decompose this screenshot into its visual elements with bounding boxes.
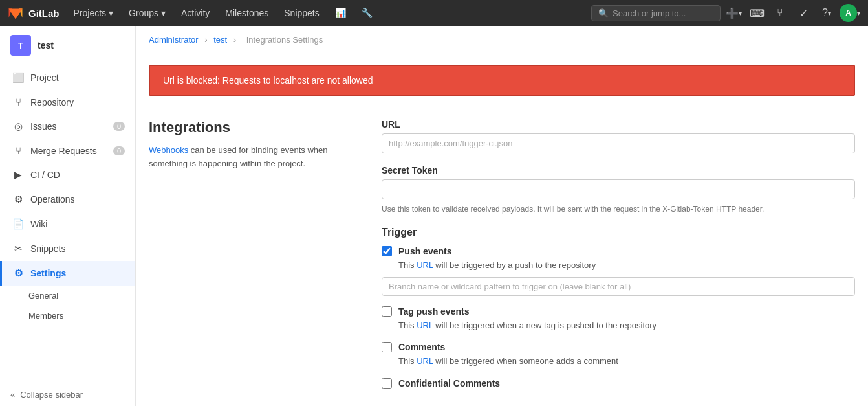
comments-url-link[interactable]: URL bbox=[417, 356, 433, 366]
trigger-tag-push: Tag push events This URL will be trigger… bbox=[382, 306, 855, 332]
chevron-down-icon: ▾ bbox=[109, 8, 113, 18]
tag-push-label: Tag push events bbox=[398, 306, 469, 317]
nav-projects[interactable]: Projects ▾ bbox=[67, 0, 120, 26]
user-avatar: A bbox=[840, 4, 857, 22]
comments-label: Comments bbox=[398, 342, 445, 352]
trigger-confidential-header: Confidential Comments bbox=[382, 378, 855, 389]
sidebar-user-name: test bbox=[38, 40, 54, 51]
sidebar-item-wiki[interactable]: 📄 Wiki bbox=[0, 212, 135, 236]
trigger-tag-push-header: Tag push events bbox=[382, 306, 855, 317]
breadcrumb-test[interactable]: test bbox=[213, 35, 227, 45]
top-navigation: GitLab Projects ▾ Groups ▾ Activity Mile… bbox=[0, 0, 868, 26]
secret-token-group: Secret Token Use this token to validate … bbox=[382, 165, 855, 215]
nav-snippets[interactable]: Snippets bbox=[277, 0, 325, 26]
push-events-label: Push events bbox=[398, 246, 451, 256]
push-events-checkbox[interactable] bbox=[382, 246, 392, 256]
project-icon: ⬜ bbox=[12, 72, 24, 84]
sidebar-item-project[interactable]: ⬜ Project bbox=[0, 65, 135, 90]
tag-push-url-link[interactable]: URL bbox=[417, 321, 433, 330]
comments-desc: This URL will be triggered when someone … bbox=[398, 355, 855, 368]
keyboard-shortcuts-button[interactable]: ⌨ bbox=[746, 3, 767, 23]
error-banner: Url is blocked: Requests to localhost ar… bbox=[149, 65, 855, 96]
collapse-icon: « bbox=[10, 390, 15, 400]
settings-icon: ⚙ bbox=[12, 267, 24, 279]
sidebar-user: T test bbox=[0, 26, 135, 65]
integrations-form: URL Secret Token Use this token to valid… bbox=[382, 119, 855, 400]
trigger-comments: Comments This URL will be triggered when… bbox=[382, 342, 855, 368]
sidebar-collapse-button[interactable]: « Collapse sidebar bbox=[0, 383, 135, 406]
search-icon: 🔍 bbox=[598, 8, 609, 18]
sidebar-item-settings[interactable]: ⚙ Settings bbox=[0, 261, 135, 286]
integrations-title: Integrations bbox=[149, 119, 356, 136]
sidebar-item-repository[interactable]: ⑂ Repository bbox=[0, 90, 135, 114]
gitlab-logo bbox=[8, 5, 23, 21]
comments-checkbox[interactable] bbox=[382, 342, 392, 352]
sidebar-item-issues[interactable]: ◎ Issues 0 bbox=[0, 114, 135, 139]
nav-activity[interactable]: Activity bbox=[175, 0, 216, 26]
integrations-description: Integrations Webhooks can be used for bi… bbox=[149, 119, 356, 400]
push-url-link[interactable]: URL bbox=[417, 260, 433, 270]
breadcrumb: Administrator › test › Integrations Sett… bbox=[136, 26, 868, 54]
nav-groups[interactable]: Groups ▾ bbox=[122, 0, 172, 26]
main-content: Administrator › test › Integrations Sett… bbox=[136, 26, 868, 406]
gitlab-brand[interactable]: GitLab bbox=[8, 5, 60, 21]
sidebar-nav: ⬜ Project ⑂ Repository ◎ Issues 0 ⑂ Merg… bbox=[0, 65, 135, 383]
sidebar-item-snippets[interactable]: ✂ Snippets bbox=[0, 236, 135, 261]
trigger-confidential-comments: Confidential Comments bbox=[382, 378, 855, 389]
brand-name: GitLab bbox=[28, 8, 60, 19]
search-placeholder: Search or jump to... bbox=[613, 8, 686, 18]
breadcrumb-current: Integrations Settings bbox=[246, 35, 323, 45]
search-box[interactable]: 🔍 Search or jump to... bbox=[591, 5, 721, 21]
sidebar-sub-item-members[interactable]: Members bbox=[0, 306, 135, 326]
operations-icon: ⚙ bbox=[12, 194, 24, 205]
issues-icon: ◎ bbox=[12, 120, 24, 132]
cicd-icon: ▶ bbox=[12, 169, 24, 181]
trigger-comments-header: Comments bbox=[382, 342, 855, 352]
secret-token-input[interactable] bbox=[382, 179, 855, 199]
issues-badge: 0 bbox=[113, 122, 125, 131]
wiki-icon: 📄 bbox=[12, 218, 24, 230]
snippets-icon: ✂ bbox=[12, 243, 24, 254]
confidential-comments-checkbox[interactable] bbox=[382, 378, 392, 389]
tag-push-desc: This URL will be triggered when a new ta… bbox=[398, 319, 855, 332]
breadcrumb-administrator[interactable]: Administrator bbox=[149, 35, 199, 45]
url-input[interactable] bbox=[382, 133, 855, 153]
repository-icon: ⑂ bbox=[12, 96, 24, 107]
sidebar-item-merge-requests[interactable]: ⑂ Merge Requests 0 bbox=[0, 139, 135, 163]
sidebar: T test ⬜ Project ⑂ Repository ◎ Issues 0… bbox=[0, 26, 136, 406]
url-field-group: URL bbox=[382, 119, 855, 153]
confidential-comments-label: Confidential Comments bbox=[398, 378, 500, 389]
integrations-layout: Integrations Webhooks can be used for bi… bbox=[136, 106, 868, 406]
chevron-down-icon: ▾ bbox=[161, 8, 166, 18]
breadcrumb-separator-2: › bbox=[233, 35, 236, 45]
merge-requests-badge: 0 bbox=[113, 146, 125, 155]
tag-push-checkbox[interactable] bbox=[382, 306, 392, 317]
url-label: URL bbox=[382, 119, 855, 130]
sidebar-item-operations[interactable]: ⚙ Operations bbox=[0, 187, 135, 212]
nav-wrench-icon[interactable]: 🔧 bbox=[355, 0, 379, 26]
webhooks-link[interactable]: Webhooks bbox=[149, 145, 188, 155]
help-button[interactable]: ? ▾ bbox=[816, 3, 837, 23]
merge-requests-button[interactable]: ⑂ bbox=[770, 3, 790, 23]
trigger-section: Trigger Push events This URL will be tri… bbox=[382, 227, 855, 389]
trigger-push-events: Push events This URL will be triggered b… bbox=[382, 246, 855, 296]
sidebar-sub-item-general[interactable]: General bbox=[0, 286, 135, 306]
user-menu-button[interactable]: A ▾ bbox=[840, 3, 860, 23]
trigger-label: Trigger bbox=[382, 227, 855, 238]
nav-chart-icon[interactable]: 📊 bbox=[329, 0, 353, 26]
create-new-button[interactable]: ➕▾ bbox=[723, 3, 744, 23]
integrations-description-text: Webhooks can be used for binding events … bbox=[149, 144, 356, 171]
error-message: Url is blocked: Requests to localhost ar… bbox=[163, 75, 373, 85]
trigger-push-header: Push events bbox=[382, 246, 855, 256]
todos-button[interactable]: ✓ bbox=[793, 3, 814, 23]
secret-token-hint: Use this token to validate received payl… bbox=[382, 203, 855, 215]
nav-milestones[interactable]: Milestones bbox=[219, 0, 275, 26]
secret-token-label: Secret Token bbox=[382, 165, 855, 175]
breadcrumb-separator-1: › bbox=[204, 35, 207, 45]
merge-requests-icon: ⑂ bbox=[12, 145, 24, 156]
push-events-desc: This URL will be triggered by a push to … bbox=[398, 259, 855, 272]
sidebar-item-cicd[interactable]: ▶ CI / CD bbox=[0, 163, 135, 187]
branch-pattern-input[interactable] bbox=[382, 277, 855, 296]
sidebar-user-avatar: T bbox=[10, 35, 31, 56]
